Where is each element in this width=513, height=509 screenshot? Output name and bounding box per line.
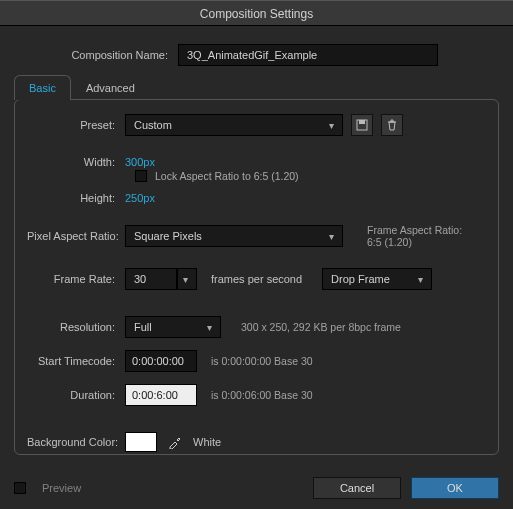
duration-input[interactable] [125, 384, 197, 406]
width-unit: px [143, 156, 155, 168]
width-value[interactable]: 300 [125, 156, 143, 168]
frame-rate-suffix: frames per second [211, 273, 302, 285]
delete-preset-button[interactable] [381, 114, 403, 136]
lock-aspect-label: Lock Aspect Ratio to 6:5 (1.20) [155, 170, 299, 182]
background-color-swatch[interactable] [125, 432, 157, 452]
background-color-label: Background Color: [27, 436, 125, 448]
cancel-button[interactable]: Cancel [313, 477, 401, 499]
save-preset-icon [356, 119, 368, 131]
tab-advanced[interactable]: Advanced [71, 75, 150, 100]
trash-icon [386, 119, 398, 131]
preset-label: Preset: [27, 119, 125, 131]
frame-rate-input[interactable]: 30 [125, 268, 177, 290]
width-label: Width: [27, 156, 125, 168]
background-color-name: White [193, 436, 221, 448]
duration-info: is 0:00:06:00 Base 30 [211, 389, 313, 401]
preview-checkbox[interactable] [14, 482, 26, 494]
height-value[interactable]: 250 [125, 192, 143, 204]
composition-name-input[interactable] [178, 44, 438, 66]
start-timecode-info: is 0:00:00:00 Base 30 [211, 355, 313, 367]
start-timecode-input[interactable] [125, 350, 197, 372]
drop-frame-select[interactable]: Drop Frame [322, 268, 432, 290]
pixel-aspect-select[interactable]: Square Pixels [125, 225, 343, 247]
resolution-select[interactable]: Full [125, 316, 221, 338]
start-timecode-label: Start Timecode: [27, 355, 125, 367]
lock-aspect-checkbox[interactable] [135, 170, 147, 182]
tab-basic[interactable]: Basic [14, 75, 71, 100]
svg-rect-1 [359, 120, 365, 124]
dialog-title: Composition Settings [0, 0, 513, 26]
duration-label: Duration: [27, 389, 125, 401]
ok-button[interactable]: OK [411, 477, 499, 499]
basic-panel: Preset: Custom Width: 300 px Lock Aspect… [14, 99, 499, 455]
frame-aspect-info: Frame Aspect Ratio: 6:5 (1.20) [367, 224, 462, 248]
pixel-aspect-label: Pixel Aspect Ratio: [27, 230, 125, 242]
frame-rate-label: Frame Rate: [27, 273, 125, 285]
eyedropper-icon [168, 435, 182, 449]
height-unit: px [143, 192, 155, 204]
preset-select[interactable]: Custom [125, 114, 343, 136]
resolution-info: 300 x 250, 292 KB per 8bpc frame [241, 321, 401, 333]
preview-label: Preview [42, 482, 81, 494]
save-preset-button[interactable] [351, 114, 373, 136]
height-label: Height: [27, 192, 125, 204]
frame-rate-dropdown[interactable] [177, 268, 197, 290]
composition-name-label: Composition Name: [20, 49, 178, 61]
resolution-label: Resolution: [27, 321, 125, 333]
eyedropper-button[interactable] [165, 432, 185, 452]
